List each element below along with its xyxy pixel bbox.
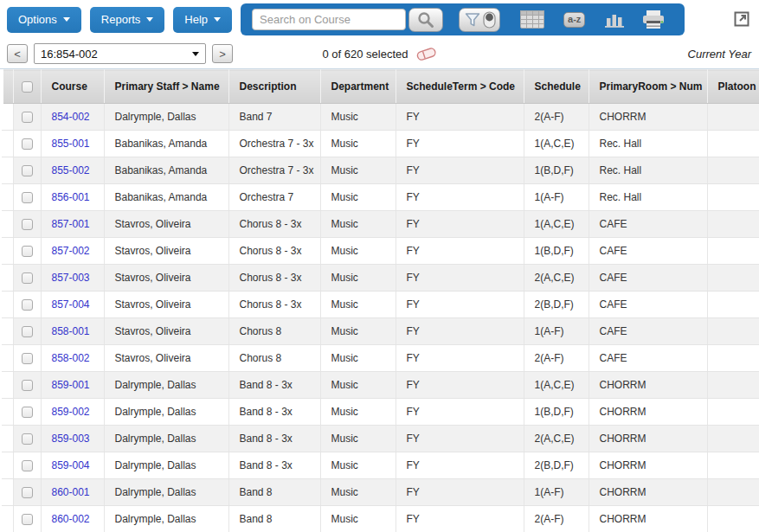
course-link[interactable]: 858-002 <box>52 352 90 364</box>
course-link[interactable]: 859-004 <box>52 459 90 471</box>
platoon-cell <box>707 211 759 238</box>
platoon-cell <box>707 372 759 399</box>
room-cell: CAFE <box>589 265 707 292</box>
platoon-cell <box>707 238 759 265</box>
room-cell: CAFE <box>589 318 707 345</box>
course-link[interactable]: 859-003 <box>52 433 90 445</box>
column-header[interactable]: PrimaryRoom > Num <box>589 70 707 104</box>
column-header[interactable]: ScheduleTerm > Code <box>396 70 524 104</box>
description-cell: Chorus 8 - 3x <box>228 211 320 238</box>
course-link[interactable]: 857-004 <box>52 298 90 311</box>
course-cell: 860-001 <box>41 479 104 506</box>
platoon-cell <box>707 506 759 532</box>
table-row: 857-003 Stavros, Oliveira Chorus 8 - 3x … <box>2 265 759 292</box>
record-selector-dropdown[interactable]: 16:854-002 <box>34 43 206 64</box>
description-cell: Band 8 - 3x <box>228 452 320 479</box>
filter-funnel-icon <box>464 11 481 29</box>
search-input[interactable] <box>252 9 406 30</box>
row-gutter <box>2 265 13 292</box>
external-link-icon[interactable] <box>734 11 749 27</box>
table-view-icon[interactable] <box>520 10 544 29</box>
course-cell: 857-002 <box>41 238 104 265</box>
course-link[interactable]: 856-001 <box>52 191 90 203</box>
options-menu-label: Options <box>18 13 57 26</box>
row-checkbox[interactable] <box>22 112 33 123</box>
room-cell: Rec. Hall <box>589 157 707 184</box>
row-checkbox[interactable] <box>22 353 33 364</box>
description-cell: Orchestra 7 <box>228 184 320 211</box>
schedule-term-cell: FY <box>396 211 524 238</box>
course-link[interactable]: 855-001 <box>52 138 90 150</box>
filter-button[interactable] <box>459 8 500 32</box>
eraser-icon[interactable] <box>415 46 437 61</box>
course-link[interactable]: 857-001 <box>52 218 90 230</box>
course-link[interactable]: 860-002 <box>52 513 90 525</box>
course-cell: 855-002 <box>41 157 104 184</box>
column-header[interactable]: Platoon <box>707 70 759 104</box>
column-header[interactable]: Schedule <box>524 70 589 104</box>
column-header[interactable]: Department <box>320 70 396 104</box>
row-checkbox-cell <box>13 104 41 131</box>
row-checkbox-cell <box>13 131 41 157</box>
help-menu-button[interactable]: Help <box>173 7 232 33</box>
row-checkbox-cell <box>13 157 41 184</box>
description-cell: Band 8 - 3x <box>228 426 320 452</box>
row-checkbox[interactable] <box>22 326 33 337</box>
column-header[interactable]: Primary Staff > Name <box>104 70 228 104</box>
room-cell: CAFE <box>589 238 707 265</box>
next-record-button[interactable]: > <box>212 44 233 63</box>
chart-icon[interactable] <box>605 11 624 29</box>
course-link[interactable]: 857-003 <box>52 272 90 284</box>
column-header[interactable]: Description <box>228 70 320 104</box>
row-checkbox[interactable] <box>22 514 33 525</box>
row-checkbox[interactable] <box>22 138 33 150</box>
options-menu-button[interactable]: Options <box>7 7 81 33</box>
print-icon[interactable] <box>642 10 665 29</box>
row-gutter <box>2 399 13 426</box>
reports-menu-button[interactable]: Reports <box>90 7 165 33</box>
row-checkbox[interactable] <box>22 487 33 498</box>
sort-az-icon[interactable]: a-z <box>563 12 585 28</box>
row-checkbox[interactable] <box>22 407 33 418</box>
prev-record-button[interactable]: < <box>7 44 28 63</box>
department-cell: Music <box>320 184 396 211</box>
schedule-term-cell: FY <box>396 238 524 265</box>
row-checkbox[interactable] <box>22 433 33 445</box>
course-link[interactable]: 859-002 <box>52 406 90 418</box>
row-checkbox[interactable] <box>22 219 33 230</box>
description-cell: Band 7 <box>228 104 320 131</box>
course-cell: 860-002 <box>41 506 104 532</box>
select-all-checkbox[interactable] <box>22 81 33 93</box>
course-link[interactable]: 859-001 <box>52 379 90 391</box>
course-link[interactable]: 854-002 <box>52 111 90 123</box>
row-checkbox[interactable] <box>22 380 33 391</box>
row-gutter <box>2 426 13 452</box>
platoon-cell <box>707 131 759 157</box>
staff-cell: Dalrymple, Dallas <box>104 452 228 479</box>
row-gutter <box>2 131 13 157</box>
column-header[interactable]: Course <box>41 70 104 104</box>
course-link[interactable]: 857-002 <box>52 245 90 257</box>
staff-cell: Dalrymple, Dallas <box>104 506 228 532</box>
row-checkbox-cell <box>13 399 41 426</box>
row-checkbox[interactable] <box>22 460 33 471</box>
course-link[interactable]: 860-001 <box>52 486 90 498</box>
department-cell: Music <box>320 131 396 157</box>
course-cell: 856-001 <box>41 184 104 211</box>
search-button[interactable] <box>408 8 443 32</box>
row-checkbox[interactable] <box>22 299 33 311</box>
course-link[interactable]: 855-002 <box>52 164 90 176</box>
toolbar: Options Reports Help <box>0 0 759 39</box>
row-gutter <box>2 211 13 238</box>
department-cell: Music <box>320 211 396 238</box>
row-checkbox[interactable] <box>22 165 33 176</box>
department-cell: Music <box>320 506 396 532</box>
room-cell: Rec. Hall <box>589 184 707 211</box>
course-link[interactable]: 858-001 <box>52 325 90 337</box>
row-checkbox[interactable] <box>22 272 33 284</box>
row-checkbox[interactable] <box>22 246 33 257</box>
row-checkbox[interactable] <box>22 192 33 203</box>
staff-cell: Dalrymple, Dallas <box>104 104 228 131</box>
department-cell: Music <box>320 399 396 426</box>
table-body: 854-002 Dalrymple, Dallas Band 7 Music F… <box>2 104 759 532</box>
